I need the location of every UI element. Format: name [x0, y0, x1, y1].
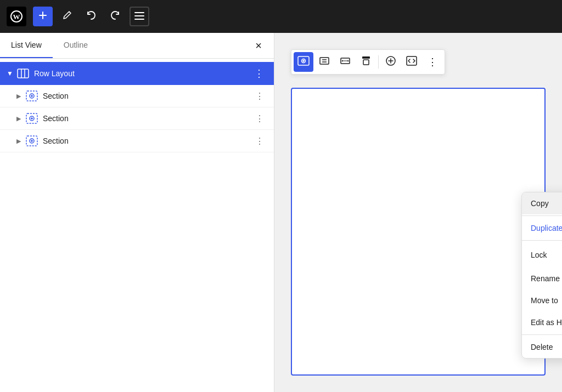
tree-item-section-2[interactable]: ▶ Section ⋮ [0, 107, 274, 130]
edit-html-icon [406, 56, 417, 68]
section-block-button[interactable] [294, 52, 313, 72]
undo-button[interactable] [81, 7, 101, 26]
svg-rect-5 [18, 69, 29, 78]
main-area: List View Outline × ▼ R [0, 33, 562, 392]
section-3-label: Section [43, 137, 252, 145]
context-menu-move-to[interactable]: Move to [522, 289, 562, 311]
align-icon [319, 57, 329, 67]
right-panel: ⋮ Copy Duplicate ⇧⌘D Lock [274, 33, 562, 392]
tree-item-row-layout[interactable]: ▼ Row Layout ⋮ [0, 62, 274, 85]
context-menu-edit-html[interactable]: Edit as HTML [522, 311, 562, 333]
context-menu-duplicate[interactable]: Duplicate ⇧⌘D [522, 217, 562, 239]
tree-item-section-3[interactable]: ▶ Section ⋮ [0, 130, 274, 152]
top-toolbar: W [0, 0, 562, 33]
tab-outline[interactable]: Outline [53, 33, 99, 58]
section-2-options-button[interactable]: ⋮ [252, 112, 267, 125]
redo-icon [110, 10, 121, 24]
chevron-right-icon-2: ▶ [16, 115, 21, 122]
width-icon [340, 56, 351, 67]
wp-logo: W [7, 7, 26, 26]
block-toolbar: ⋮ [291, 49, 445, 75]
section-icon [297, 56, 310, 68]
section-block-icon-2 [25, 112, 38, 125]
chevron-right-icon-1: ▶ [16, 93, 21, 100]
section-1-options-button[interactable]: ⋮ [252, 90, 267, 103]
section-2-label: Section [43, 114, 252, 123]
more-options-icon: ⋮ [428, 56, 437, 68]
edit-html-button[interactable] [402, 52, 422, 72]
plus-icon [38, 11, 47, 22]
menu-button[interactable] [130, 7, 149, 26]
context-menu-delete[interactable]: Delete ^⌥Z [522, 336, 562, 358]
context-menu-lock[interactable]: Lock [522, 242, 562, 268]
context-menu-divider-3 [522, 334, 562, 335]
align-button[interactable] [314, 52, 334, 72]
chevron-right-icon-3: ▶ [16, 138, 21, 145]
svg-rect-4 [134, 19, 144, 20]
svg-rect-3 [134, 15, 144, 16]
row-layout-options-button[interactable]: ⋮ [251, 66, 267, 81]
svg-rect-30 [363, 60, 369, 65]
close-icon: × [255, 39, 262, 52]
menu-icon [134, 11, 144, 22]
context-menu: Copy Duplicate ⇧⌘D Lock [521, 192, 562, 359]
section-1-label: Section [43, 92, 252, 100]
panel-header: List View Outline × [0, 33, 274, 59]
canvas-block [291, 88, 546, 376]
svg-text:W: W [13, 13, 20, 21]
position-icon [362, 56, 370, 68]
pencil-icon [62, 10, 72, 23]
svg-rect-2 [134, 12, 144, 13]
width-button[interactable] [335, 52, 355, 72]
context-menu-divider-2 [522, 240, 562, 241]
tree-item-section-1[interactable]: ▶ Section ⋮ [0, 85, 274, 107]
section-block-icon-3 [25, 134, 38, 147]
left-panel: List View Outline × ▼ R [0, 33, 274, 392]
tree-list: ▼ Row Layout ⋮ ▶ [0, 59, 274, 156]
svg-rect-29 [362, 56, 370, 59]
context-menu-rename[interactable]: Rename [522, 268, 562, 289]
undo-icon [86, 10, 97, 24]
section-block-icon-1 [25, 89, 38, 103]
context-menu-copy[interactable]: Copy [522, 192, 562, 214]
add-block-button[interactable] [33, 7, 53, 26]
row-layout-label: Row Layout [34, 69, 251, 78]
add-icon [386, 56, 396, 68]
chevron-down-icon: ▼ [7, 70, 13, 77]
row-layout-icon [16, 67, 30, 80]
more-options-button[interactable]: ⋮ [423, 52, 442, 72]
section-3-options-button[interactable]: ⋮ [252, 135, 267, 147]
svg-rect-24 [320, 58, 329, 64]
context-menu-divider-1 [522, 215, 562, 216]
position-button[interactable] [356, 52, 376, 72]
close-panel-button[interactable]: × [250, 37, 267, 54]
edit-button[interactable] [57, 7, 77, 26]
add-button[interactable] [381, 52, 401, 72]
tab-list-view[interactable]: List View [0, 33, 53, 58]
toolbar-divider [378, 55, 379, 69]
redo-button[interactable] [105, 7, 125, 26]
